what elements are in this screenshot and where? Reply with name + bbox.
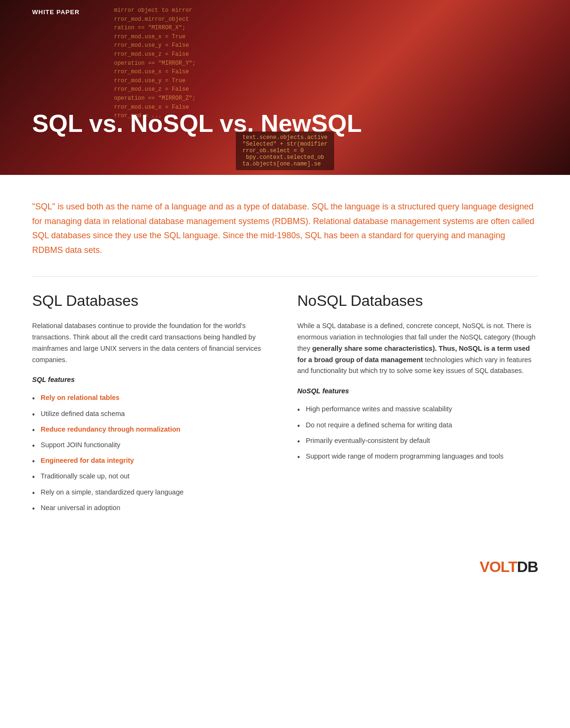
intro-text: "SQL" is used both as the name of a lang… bbox=[32, 199, 538, 257]
list-item: Traditionally scale up, not out bbox=[32, 468, 273, 484]
nosql-features-list: High performance writes and massive scal… bbox=[297, 401, 538, 464]
nosql-features-label: NoSQL features bbox=[297, 387, 538, 395]
list-item: Reduce redundancy through normalization bbox=[32, 422, 273, 437]
hero-code-bottom: text.scene.objects.active "Selected" + s… bbox=[236, 131, 334, 170]
list-item: Near universal in adoption bbox=[32, 500, 273, 516]
sql-features-list: Rely on relational tables Utilize define… bbox=[32, 390, 273, 516]
sql-heading: SQL Databases bbox=[32, 292, 273, 310]
list-item: Support wide range of modern programming… bbox=[297, 449, 538, 464]
nosql-column: NoSQL Databases While a SQL database is … bbox=[297, 292, 538, 516]
list-item: Rely on a simple, standardized query lan… bbox=[32, 485, 273, 500]
list-item: Utilize defined data schema bbox=[32, 406, 273, 422]
list-item: Do not require a defined schema for writ… bbox=[297, 417, 538, 433]
footer: VOLTDB bbox=[0, 544, 570, 590]
logo-volt-text: VOLT bbox=[480, 558, 517, 575]
list-item: High performance writes and massive scal… bbox=[297, 401, 538, 417]
sql-column: SQL Databases Relational databases conti… bbox=[32, 292, 273, 516]
list-item: Primarily eventually-consistent by defau… bbox=[297, 433, 538, 449]
list-item: Support JOIN functionality bbox=[32, 437, 273, 453]
white-paper-label: WHITE PAPER bbox=[32, 9, 79, 16]
voltdb-logo: VOLTDB bbox=[480, 558, 538, 576]
logo-db-text: DB bbox=[517, 558, 538, 575]
sql-body: Relational databases continue to provide… bbox=[32, 321, 273, 366]
hero-section: mirror object to mirror rror_mod.mirror_… bbox=[0, 0, 570, 175]
hero-code-top: mirror object to mirror rror_mod.mirror_… bbox=[114, 2, 196, 121]
intro-section: "SQL" is used both as the name of a lang… bbox=[0, 175, 570, 276]
list-item: Rely on relational tables bbox=[32, 390, 273, 406]
list-item: Engineered for data integrity bbox=[32, 453, 273, 468]
nosql-body: While a SQL database is a defined, concr… bbox=[297, 321, 538, 377]
nosql-heading: NoSQL Databases bbox=[297, 292, 538, 310]
sql-features-label: SQL features bbox=[32, 376, 273, 383]
two-column-section: SQL Databases Relational databases conti… bbox=[0, 277, 570, 544]
